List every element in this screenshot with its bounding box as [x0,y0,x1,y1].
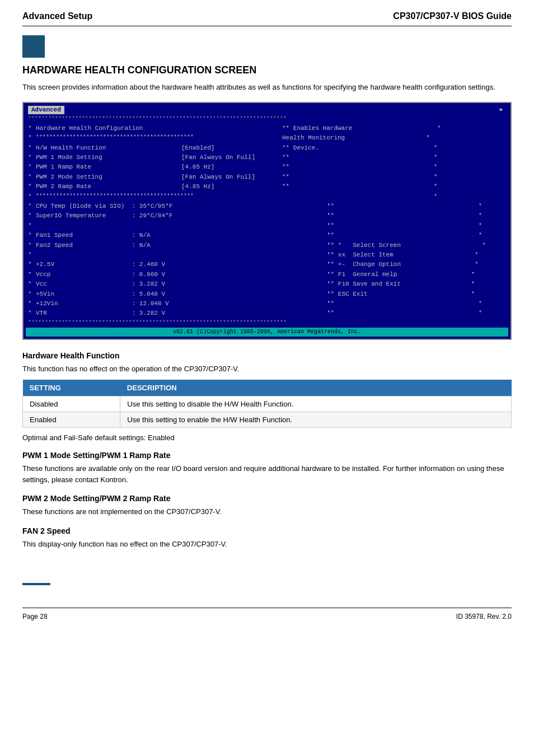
bios-row-superio-temp: * SuperIO Temperature : 29*C/84*F ** * [26,211,508,221]
section-heading-fan2: FAN 2 Speed [22,526,512,535]
bios-row-fan2: * Fan2 Speed : N/A ** * Select Screen * [26,241,508,250]
main-title: HARDWARE HEALTH CONFIGURATION SCREEN [22,64,512,76]
bios-row-empty1: * ** * [26,221,508,231]
bios-row-cpu-temp: * CPU Temp (Diode via SIO) : 35*C/95*F *… [26,202,508,211]
bios-footer: v02.61 (C)Copyright 1985-2006, American … [26,328,508,337]
col-setting: SETTING [23,380,120,396]
bios-stars-bottom: ****************************************… [26,319,508,328]
footer-id: ID 35978, Rev. 2.0 [456,613,512,620]
header-divider [22,26,512,26]
bios-row-fan1: * Fan1 Speed : N/A ** * [26,231,508,240]
bios-title-right: » [495,106,506,114]
section-desc-pwm1: These functions are available only on th… [22,463,512,485]
bios-stars-top: ****************************************… [26,115,508,124]
bios-row-empty2: * ** xx Select Item * [26,250,508,260]
bios-row-pwm1-ramp: * PWM 1 Ramp Rate [4.85 Hz] ** * [26,162,508,172]
cell-description: Use this setting to enable the H/W Healt… [120,412,512,428]
bios-row-vccp: * Vccp : 0.960 V ** F1 General Help * [26,270,508,279]
section-heading-hwhealth: Hardware Health Function [22,351,512,360]
bios-title: Advanced [28,106,64,114]
bios-row-pwm2-mode: * PWM 2 Mode Setting [Fan Always On Full… [26,172,508,182]
footer-page: Page 28 [22,613,48,620]
header-right: CP307/CP307-V BIOS Guide [393,11,512,21]
section-heading-pwm2: PWM 2 Mode Setting/PWM 2 Ramp Rate [22,494,512,503]
bios-row-vtr: * VTR : 3.282 V ** * [26,309,508,318]
header-left: Advanced Setup [22,11,92,21]
blue-accent-box [22,35,45,58]
bios-row-stars2: * **************************************… [26,133,508,143]
main-description: This screen provides information about t… [22,82,512,93]
cell-setting: Disabled [23,396,120,412]
bios-row-hw-health: * H/W Health Function [Enabled] ** Devic… [26,143,508,153]
bios-row-stars3: * **************************************… [26,192,508,202]
cell-description: Use this setting to disable the H/W Heal… [120,396,512,412]
col-description: DESCRIPTION [120,380,512,396]
table-header-row: SETTING DESCRIPTION [23,380,512,396]
section-desc-hwhealth: This function has no effect on the opera… [22,363,512,375]
page-header: Advanced Setup CP307/CP307-V BIOS Guide [22,11,512,21]
bios-row-vcc: * Vcc : 3.282 V ** F10 Save and Exit * [26,279,508,289]
cell-setting: Enabled [23,412,120,428]
blue-bottom-accent [22,583,50,585]
bios-row-hwconfig: * Hardware Health Configuration ** Enabl… [26,124,508,133]
bios-row-25v: * +2.5V : 2.460 V ** +- Change Option * [26,260,508,269]
section-desc-pwm2: These functions are not implemented on t… [22,506,512,517]
optimal-note: Optimal and Fail-Safe default settings: … [22,433,512,442]
table-row: DisabledUse this setting to disable the … [23,396,512,412]
bios-row-pwm1-mode: * PWM 1 Mode Setting [Fan Always On Full… [26,153,508,162]
table-row: EnabledUse this setting to enable the H/… [23,412,512,428]
bios-title-bar: Advanced » [26,105,508,115]
section-desc-fan2: This display-only function has no effect… [22,539,512,550]
bios-row-5vin: * +5Vin : 5.048 V ** ESC Exit * [26,290,508,299]
bios-row-pwm2-ramp: * PWM 2 Ramp Rate [4.85 Hz] ** * [26,182,508,192]
hwhealth-table: SETTING DESCRIPTION DisabledUse this set… [22,380,512,428]
page-footer: Page 28 ID 35978, Rev. 2.0 [22,608,512,620]
bios-row-12vin: * +12Vin : 12.048 V ** * [26,299,508,309]
bios-screen: Advanced » *****************************… [22,102,512,340]
section-heading-pwm1: PWM 1 Mode Setting/PWM 1 Ramp Rate [22,451,512,460]
